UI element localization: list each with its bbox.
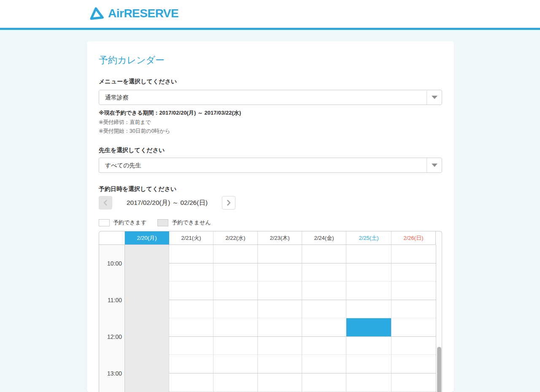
slot-cell[interactable] <box>258 318 302 337</box>
calendar-scrollbar-thumb[interactable] <box>437 347 441 392</box>
slot-cell[interactable] <box>213 355 258 373</box>
slot-cell[interactable] <box>258 300 302 319</box>
unavailable-day-column <box>125 245 169 392</box>
slot-cell[interactable] <box>258 263 302 282</box>
slot-cell[interactable] <box>302 263 346 282</box>
brand-name: AirRESERVE <box>108 7 178 20</box>
slot-cell[interactable] <box>346 355 392 373</box>
day-header: 2/24(金) <box>302 231 346 245</box>
slot-cell[interactable] <box>169 337 213 355</box>
staff-select-value: すべての先生 <box>105 158 141 172</box>
caret-down-icon <box>432 96 437 99</box>
booked-slot-cell[interactable] <box>346 318 392 337</box>
slot-cell[interactable] <box>302 355 346 373</box>
slot-cell[interactable] <box>258 373 302 392</box>
time-label: 13:00 <box>99 369 122 378</box>
menu-select[interactable]: 通常診察 <box>99 90 442 105</box>
time-column-header <box>99 231 125 245</box>
next-week-button[interactable] <box>222 196 235 209</box>
slot-cell[interactable] <box>169 282 213 300</box>
slot-cell[interactable] <box>213 245 258 263</box>
day-header: 2/22(水) <box>213 231 258 245</box>
note-reservation-period: ※現在予約できる期間：2017/02/20(月) ～ 2017/03/22(水) <box>99 109 241 117</box>
slot-cell[interactable] <box>392 373 436 392</box>
slot-cell[interactable] <box>169 300 213 319</box>
menu-select-label: メニューを選択してください <box>99 78 177 86</box>
slot-cell[interactable] <box>258 245 302 263</box>
note-deadline: ※受付締切：直前まで <box>99 119 151 126</box>
page-title: 予約カレンダー <box>99 54 165 67</box>
slot-cell[interactable] <box>169 263 213 282</box>
time-label: 12:00 <box>99 333 122 341</box>
slot-cell[interactable] <box>302 300 346 319</box>
site-header: AirRESERVE <box>0 0 540 30</box>
slot-cell[interactable] <box>213 263 258 282</box>
day-header: 2/26(日) <box>392 231 436 245</box>
slot-cell[interactable] <box>346 282 392 300</box>
slot-cell[interactable] <box>302 245 346 263</box>
slot-cell[interactable] <box>213 337 258 355</box>
slot-cell[interactable] <box>392 263 436 282</box>
slot-cell[interactable] <box>346 245 392 263</box>
legend-unavailable-label: 予約できません <box>172 219 211 226</box>
slot-cell[interactable] <box>302 373 346 392</box>
day-header: 2/21(火) <box>169 231 213 245</box>
staff-select-label: 先生を選択してください <box>99 147 165 154</box>
time-label: 10:00 <box>99 259 122 268</box>
chevron-right-icon <box>226 199 231 206</box>
slot-cell[interactable] <box>392 300 436 319</box>
slot-cell[interactable] <box>302 282 346 300</box>
menu-select-caret-zone[interactable] <box>427 90 442 105</box>
calendar-header-row: 2/20(月)2/21(火)2/22(水)2/23(木)2/24(金)2/25(… <box>99 231 436 245</box>
slot-cell[interactable] <box>169 318 213 337</box>
rounded-triangle-icon <box>88 5 105 21</box>
reservation-card: 予約カレンダー メニューを選択してください 通常診察 ※現在予約できる期間：20… <box>87 41 454 392</box>
slot-cell[interactable] <box>346 263 392 282</box>
slot-cell[interactable] <box>258 355 302 373</box>
brand-logo[interactable]: AirRESERVE <box>89 6 178 21</box>
datetime-select-label: 予約日時を選択してください <box>99 185 176 193</box>
slot-cell[interactable] <box>392 337 436 355</box>
legend-unavailable-swatch <box>157 219 168 226</box>
staff-select[interactable]: すべての先生 <box>99 158 442 173</box>
slot-cell[interactable] <box>302 337 346 355</box>
slot-cell[interactable] <box>169 245 213 263</box>
staff-select-caret-zone[interactable] <box>427 158 442 172</box>
day-header: 2/25(土) <box>346 231 392 245</box>
slot-grid <box>169 245 436 392</box>
slot-cell[interactable] <box>258 282 302 300</box>
slot-cell[interactable] <box>169 355 213 373</box>
prev-week-button[interactable] <box>99 196 112 209</box>
slot-cell[interactable] <box>169 373 213 392</box>
date-range-text: 2017/02/20(月) ～ 02/26(日) <box>112 199 222 207</box>
slot-cell[interactable] <box>392 245 436 263</box>
slot-cell[interactable] <box>392 318 436 337</box>
reservation-calendar: 2/20(月)2/21(火)2/22(水)2/23(木)2/24(金)2/25(… <box>99 231 442 392</box>
slot-cell[interactable] <box>392 355 436 373</box>
slot-cell[interactable] <box>346 300 392 319</box>
slot-cell[interactable] <box>213 318 258 337</box>
day-header: 2/20(月) <box>125 231 169 245</box>
calendar-legend: 予約できます 予約できません <box>99 219 211 226</box>
slot-cell[interactable] <box>258 337 302 355</box>
menu-select-value: 通常診察 <box>105 90 129 105</box>
slot-cell[interactable] <box>392 282 436 300</box>
legend-available-swatch <box>99 219 110 226</box>
slot-cell[interactable] <box>346 337 392 355</box>
chevron-left-icon <box>103 199 108 206</box>
slot-cell[interactable] <box>213 373 258 392</box>
time-label: 11:00 <box>99 296 122 304</box>
note-start: ※受付開始：30日前の0時から <box>99 128 170 135</box>
slot-cell[interactable] <box>213 300 258 319</box>
slot-cell[interactable] <box>302 318 346 337</box>
day-header: 2/23(木) <box>258 231 302 245</box>
week-navigation: 2017/02/20(月) ～ 02/26(日) <box>99 196 235 209</box>
slot-cell[interactable] <box>346 373 392 392</box>
caret-down-icon <box>432 164 437 167</box>
legend-available-label: 予約できます <box>113 219 146 226</box>
time-column: 10:0011:0012:0013:00 <box>99 245 125 392</box>
slot-cell[interactable] <box>213 282 258 300</box>
